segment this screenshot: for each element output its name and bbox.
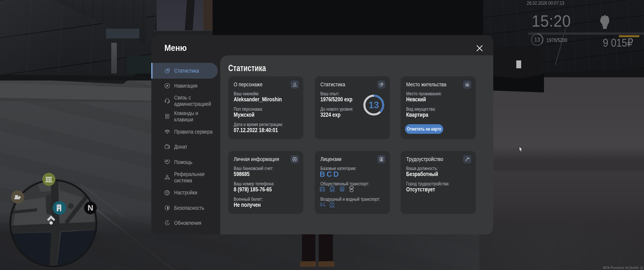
svg-text:13: 13 xyxy=(368,100,379,110)
svg-text:N: N xyxy=(88,203,93,212)
